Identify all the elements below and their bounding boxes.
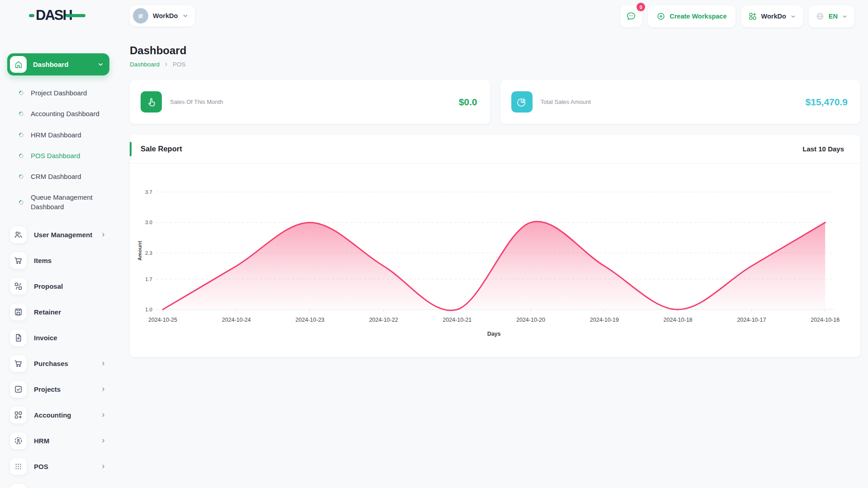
chart-title: Sale Report <box>141 145 182 153</box>
sidebar-item-proposal[interactable]: Proposal <box>7 273 120 299</box>
sidebar-item-crm[interactable]: CRM <box>7 479 120 488</box>
sidebar-item-label: Retainer <box>34 308 120 316</box>
chevron-right-icon <box>100 438 106 444</box>
language-label: EN <box>829 13 838 20</box>
pie-chart-icon <box>511 91 533 113</box>
sidebar-subitem-label: POS Dashboard <box>31 151 103 160</box>
kpi-label: Total Sales Amount <box>541 99 591 105</box>
x-tick-label: 2024-10-17 <box>737 317 766 323</box>
logo-dash-accent-2 <box>66 14 85 17</box>
sidebar-subitem-pos-dashboard[interactable]: POS Dashboard <box>7 145 120 166</box>
dashboard-submenu: Project DashboardAccounting DashboardHRM… <box>7 83 120 217</box>
sidebar-item-label: Invoice <box>34 334 120 342</box>
sidebar-subitem-queue-management-dashboard[interactable]: Queue Management Dashboard <box>7 187 120 217</box>
workspace-name: WorkDo <box>153 12 178 19</box>
messages-button[interactable]: 0 <box>620 5 642 27</box>
chevron-down-icon <box>842 14 848 19</box>
x-tick-label: 2024-10-21 <box>443 317 472 323</box>
sidebar-subitem-label: HRM Dashboard <box>31 131 103 140</box>
hrm-icon <box>10 432 27 449</box>
chart-range-label: Last 10 Days <box>802 145 844 153</box>
sidebar-item-label: Purchases <box>34 360 93 367</box>
create-workspace-button[interactable]: Create Workspace <box>648 5 735 27</box>
sidebar-item-projects[interactable]: Projects <box>7 376 120 402</box>
donut-bullet-icon <box>18 199 24 205</box>
sidebar-item-label: Accounting <box>34 411 93 419</box>
x-tick-label: 2024-10-25 <box>148 317 177 323</box>
sidebar-subitem-hrm-dashboard[interactable]: HRM Dashboard <box>7 125 120 145</box>
sidebar-item-pos[interactable]: POS <box>7 454 120 479</box>
app-logo: DASH <box>29 7 85 23</box>
chevron-right-icon <box>164 62 169 67</box>
grid-plus-icon <box>748 12 757 21</box>
sidebar-subitem-accounting-dashboard[interactable]: Accounting Dashboard <box>7 103 120 124</box>
kpi-value: $0.0 <box>459 97 477 108</box>
x-tick-label: 2024-10-22 <box>369 317 398 323</box>
check-square-icon <box>10 381 27 398</box>
sidebar-item-label: HRM <box>34 437 93 445</box>
language-dropdown[interactable]: EN <box>809 5 854 27</box>
sidebar-item-purchases[interactable]: Purchases <box>7 351 120 376</box>
sidebar-item-hrm[interactable]: HRM <box>7 428 120 454</box>
sidebar-item-accounting[interactable]: Accounting <box>7 402 120 428</box>
donut-bullet-icon <box>18 132 24 138</box>
kpi-value: $15,470.9 <box>806 97 848 108</box>
hand-pointer-icon <box>141 91 162 113</box>
top-bar: DASH WorkDo 0 Create Workspace WorkDo <box>0 0 868 33</box>
sale-report-chart[interactable]: 3.73.02.31.71.02024-10-252024-10-242024-… <box>130 164 860 357</box>
sidebar-item-label: Proposal <box>34 282 120 290</box>
grid-plus-icon <box>10 407 27 423</box>
home-icon <box>10 56 27 73</box>
sidebar-item-items[interactable]: Items <box>7 248 120 273</box>
sidebar-subitem-label: Accounting Dashboard <box>31 109 103 118</box>
workspace-switcher[interactable]: WorkDo <box>130 5 195 26</box>
notification-badge: 0 <box>637 3 645 11</box>
x-tick-label: 2024-10-24 <box>222 317 251 323</box>
chevron-down-icon <box>97 61 104 68</box>
breadcrumb-dashboard-link[interactable]: Dashboard <box>130 61 160 68</box>
sidebar-subitem-crm-dashboard[interactable]: CRM Dashboard <box>7 166 120 187</box>
building-icon <box>136 11 145 20</box>
donut-bullet-icon <box>18 111 24 117</box>
sidebar-item-label: Items <box>34 257 120 264</box>
breadcrumb-current: POS <box>173 61 186 68</box>
users-icon <box>10 226 27 243</box>
sidebar-item-label: User Management <box>34 231 93 239</box>
sidebar-item-retainer[interactable]: Retainer <box>7 299 120 325</box>
chevron-right-icon <box>100 386 106 392</box>
logo-dash-accent <box>29 14 34 17</box>
kpi-card-total-sales-amount: Total Sales Amount $15,470.9 <box>500 80 861 124</box>
create-workspace-label: Create Workspace <box>670 13 726 20</box>
main-content: Dashboard Dashboard POS Sales Of This Mo… <box>120 33 868 488</box>
sidebar-item-dashboard[interactable]: Dashboard <box>7 53 109 75</box>
y-tick-label: 3.7 <box>145 189 152 195</box>
workspace-dropdown[interactable]: WorkDo <box>741 5 803 27</box>
sidebar-subitem-label: Queue Management Dashboard <box>31 193 103 211</box>
chat-bubble-icon <box>626 11 637 22</box>
chevron-right-icon <box>100 464 106 469</box>
chevron-right-icon <box>100 232 106 238</box>
sidebar-item-user-management[interactable]: User Management <box>7 222 120 248</box>
y-tick-label: 3.0 <box>145 220 152 225</box>
cart-icon <box>10 252 27 269</box>
x-tick-label: 2024-10-18 <box>664 317 693 323</box>
area-chart-svg: 3.73.02.31.71.02024-10-252024-10-242024-… <box>130 164 860 357</box>
dots-grid-icon <box>10 458 27 475</box>
page-title: Dashboard <box>130 44 860 57</box>
sidebar-item-invoice[interactable]: Invoice <box>7 325 120 351</box>
globe-icon <box>816 12 825 21</box>
y-tick-label: 1.0 <box>145 307 152 312</box>
proposal-icon <box>10 278 27 295</box>
retainer-icon <box>10 304 27 320</box>
plus-circle-icon <box>656 12 665 21</box>
breadcrumb: Dashboard POS <box>130 61 860 68</box>
y-tick-label: 2.3 <box>145 250 152 256</box>
x-tick-label: 2024-10-23 <box>296 317 325 323</box>
cart-icon <box>10 355 27 372</box>
chart-header: Sale Report Last 10 Days <box>130 135 860 164</box>
donut-bullet-icon <box>18 153 24 159</box>
workspace-avatar <box>133 8 148 23</box>
sidebar-dashboard-label: Dashboard <box>33 61 97 68</box>
kpi-cards-row: Sales Of This Month $0.0 Total Sales Amo… <box>130 80 860 124</box>
sidebar-subitem-project-dashboard[interactable]: Project Dashboard <box>7 83 120 103</box>
